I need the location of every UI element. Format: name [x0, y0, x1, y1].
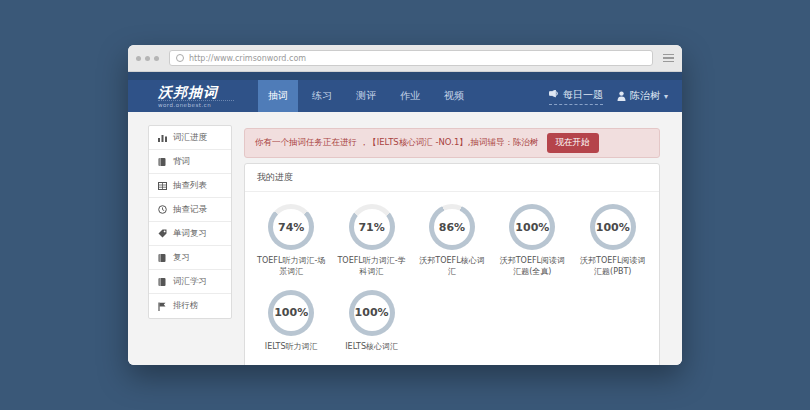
progress-percent: 100%: [514, 209, 550, 245]
window-control-dot[interactable]: [145, 56, 150, 61]
progress-ring: 74%: [268, 204, 314, 250]
nav-right: 每日一题 陈治树 ▾: [549, 80, 668, 112]
window-control-dot[interactable]: [154, 56, 159, 61]
browser-window: http://www.crimsonword.com 沃邦抽词 word.one…: [128, 45, 682, 365]
sidebar-item-label: 词汇学习: [173, 276, 207, 288]
progress-card-title: 我的进度: [245, 164, 659, 192]
task-alert-message: 你有一个抽词任务正在进行 ，【IELTS核心词汇 -NO.1】,抽词辅导：陈治树: [255, 137, 539, 149]
progress-ring: 86%: [429, 204, 475, 250]
main-area: 你有一个抽词任务正在进行 ，【IELTS核心词汇 -NO.1】,抽词辅导：陈治树…: [244, 128, 660, 365]
sidebar-item-vocab-progress[interactable]: 词汇进度: [149, 126, 231, 150]
sidebar-item-label: 背词: [173, 156, 190, 168]
progress-ring: 100%: [349, 290, 395, 336]
progress-circle: 100% IELTS核心词汇: [331, 290, 411, 353]
navbar-top-strip: [128, 72, 682, 80]
username: 陈治树: [630, 89, 660, 103]
progress-label: IELTS核心词汇: [340, 342, 403, 353]
clock-icon: [157, 205, 167, 214]
progress-label: IELTS听力词汇: [260, 342, 323, 353]
sidebar-item-label: 抽查记录: [173, 204, 207, 216]
progress-label: 沃邦TOEFL核心词汇: [412, 256, 492, 278]
sidebar-item-label: 词汇进度: [173, 132, 207, 144]
progress-circle: 100% 沃邦TOEFL阅读词汇题(全真): [492, 204, 572, 278]
book-icon: [157, 158, 167, 166]
progress-percent: 100%: [595, 209, 631, 245]
nav-item-assessment[interactable]: 测评: [346, 80, 386, 112]
menu-icon[interactable]: [663, 54, 674, 63]
tag-icon: [157, 229, 167, 238]
logo-subtitle: word.onebest.cn: [158, 100, 234, 108]
browser-chrome: http://www.crimsonword.com: [128, 45, 682, 72]
sidebar-item-label: 单词复习: [173, 228, 207, 240]
progress-percent: 71%: [354, 209, 390, 245]
logo-title: 沃邦抽词: [158, 85, 250, 100]
book-icon: [157, 278, 167, 286]
task-alert: 你有一个抽词任务正在进行 ，【IELTS核心词汇 -NO.1】,抽词辅导：陈治树…: [244, 128, 660, 158]
nav-item-homework[interactable]: 作业: [390, 80, 430, 112]
sidebar-item-label: 排行榜: [173, 300, 199, 312]
progress-label: TOEFL听力词汇-场景词汇: [251, 256, 331, 278]
flag-icon: [157, 302, 167, 311]
progress-label: 沃邦TOEFL阅读词汇题(PBT): [573, 256, 653, 278]
sidebar-item-memorize[interactable]: 背词: [149, 150, 231, 174]
progress-circle: 100% IELTS听力词汇: [251, 290, 331, 353]
progress-ring: 100%: [509, 204, 555, 250]
progress-circle: 86% 沃邦TOEFL核心词汇: [412, 204, 492, 278]
nav-item-choucir[interactable]: 抽词: [258, 80, 298, 112]
progress-ring: 100%: [268, 290, 314, 336]
progress-card: 我的进度 74% TOEFL听力词汇-场景词汇 71% TOEFL听力词汇-学科…: [244, 163, 660, 365]
progress-percent: 100%: [273, 295, 309, 331]
person-icon: [617, 91, 626, 101]
book-icon: [157, 254, 167, 262]
progress-label: 沃邦TOEFL阅读词汇题(全真): [492, 256, 572, 278]
progress-circle: 71% TOEFL听力词汇-学科词汇: [331, 204, 411, 278]
progress-circle: 100% 沃邦TOEFL阅读词汇题(PBT): [573, 204, 653, 278]
progress-label: TOEFL听力词汇-学科词汇: [331, 256, 411, 278]
sidebar-item-check-list[interactable]: 抽查列表: [149, 174, 231, 198]
window-controls: [136, 56, 159, 61]
progress-ring: 71%: [349, 204, 395, 250]
progress-circle: 74% TOEFL听力词汇-场景词汇: [251, 204, 331, 278]
chevron-down-icon: ▾: [664, 92, 668, 101]
sidebar-item-label: 复习: [173, 252, 190, 264]
sidebar-item-leaderboard[interactable]: 排行榜: [149, 294, 231, 318]
progress-grid: 74% TOEFL听力词汇-场景词汇 71% TOEFL听力词汇-学科词汇 86…: [245, 192, 659, 365]
progress-percent: 74%: [273, 209, 309, 245]
table-icon: [157, 182, 167, 190]
megaphone-icon: [549, 90, 559, 99]
window-control-dot[interactable]: [136, 56, 141, 61]
nav-item-practice[interactable]: 练习: [302, 80, 342, 112]
start-now-button[interactable]: 现在开始: [547, 133, 599, 153]
sidebar-item-review[interactable]: 复习: [149, 246, 231, 270]
daily-question-link[interactable]: 每日一题: [549, 88, 603, 105]
url-bar[interactable]: http://www.crimsonword.com: [169, 50, 653, 66]
nav-item-video[interactable]: 视频: [434, 80, 474, 112]
user-menu[interactable]: 陈治树 ▾: [617, 89, 668, 103]
navbar: 沃邦抽词 word.onebest.cn 抽词 练习 测评 作业 视频 每日一题: [128, 80, 682, 112]
sidebar-item-vocab-study[interactable]: 词汇学习: [149, 270, 231, 294]
daily-question-label: 每日一题: [563, 88, 603, 102]
sidebar-item-label: 抽查列表: [173, 180, 207, 192]
sidebar-item-word-review[interactable]: 单词复习: [149, 222, 231, 246]
globe-icon: [176, 54, 184, 62]
page-content: 词汇进度 背词 抽查列表 抽查记录: [128, 112, 682, 365]
sidebar-item-check-records[interactable]: 抽查记录: [149, 198, 231, 222]
progress-percent: 100%: [354, 295, 390, 331]
progress-ring: 100%: [590, 204, 636, 250]
nav-items: 抽词 练习 测评 作业 视频: [258, 80, 478, 112]
bar-chart-icon: [157, 134, 167, 142]
sidebar: 词汇进度 背词 抽查列表 抽查记录: [148, 125, 232, 319]
url-text: http://www.crimsonword.com: [189, 54, 306, 63]
logo[interactable]: 沃邦抽词 word.onebest.cn: [158, 80, 250, 112]
progress-percent: 86%: [434, 209, 470, 245]
